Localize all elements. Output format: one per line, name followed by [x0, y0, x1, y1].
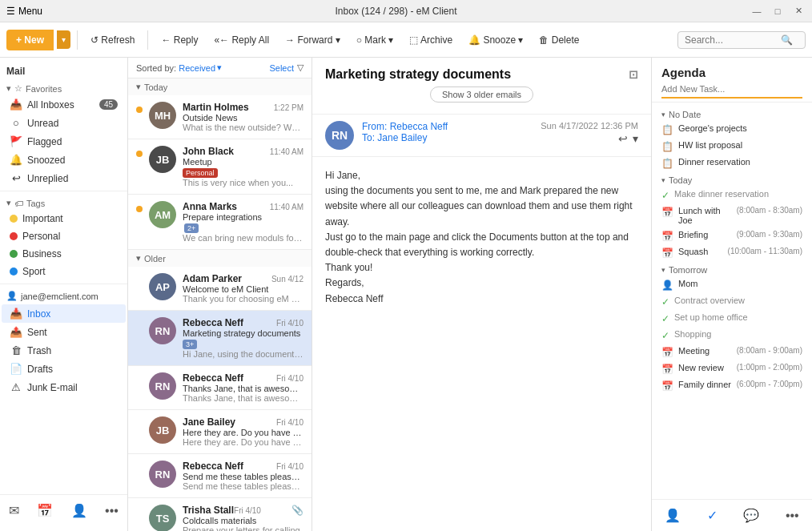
sport-dot	[10, 268, 18, 276]
calendar-footer-btn[interactable]: 📅	[32, 498, 58, 523]
agenda-item-label: Shopping	[674, 329, 802, 339]
email-item[interactable]: MH Martin Holmes 1:22 PM Outside News Wh…	[128, 95, 312, 139]
pop-out-icon[interactable]: ⊡	[629, 68, 638, 81]
email-content: Adam Parker Sun 4/12 Welcome to eM Clien…	[183, 273, 303, 304]
agenda-item[interactable]: ✓Contract overview	[652, 293, 812, 310]
chevron-older-icon: ▾	[136, 253, 141, 263]
sidebar-item-sport[interactable]: Sport	[2, 263, 126, 280]
email-item[interactable]: JB John Black 11:40 AM Meetup Personal T…	[128, 139, 312, 195]
sidebar-item-important[interactable]: Important	[2, 210, 126, 227]
sidebar-item-all-inboxes[interactable]: 📥 All Inboxes 45	[2, 95, 126, 114]
contacts-agenda-btn[interactable]: 👤	[660, 503, 685, 528]
reply-icon[interactable]: ↩	[618, 132, 628, 145]
reply-all-button[interactable]: «← Reply All	[207, 31, 275, 49]
today-agenda-items-list: ✓Make dinner reservation📅Lunch with Joe(…	[652, 187, 812, 261]
check-icon: ✓	[661, 330, 669, 341]
mark-button[interactable]: ○ Mark ▾	[350, 31, 400, 49]
trash-icon: 🗑	[10, 344, 22, 356]
agenda-item[interactable]: 📋George's projects	[652, 121, 812, 138]
tag-icon: 🏷	[14, 199, 23, 208]
email-sender: Anna Marks	[183, 201, 237, 212]
email-subject: Send me these tables please, I need...	[183, 472, 303, 481]
search-input[interactable]	[685, 34, 781, 46]
minimize-button[interactable]: —	[750, 4, 764, 18]
email-item[interactable]: JB Jane Bailey Fri 4/10 Here they are. D…	[128, 410, 312, 454]
refresh-button[interactable]: ↺ Refresh	[84, 31, 141, 49]
sidebar-item-drafts[interactable]: 📄 Drafts	[2, 360, 126, 378]
sidebar-item-sent[interactable]: 📤 Sent	[2, 323, 126, 341]
agenda-item[interactable]: ✓Make dinner reservation	[652, 187, 812, 203]
menu-button[interactable]: ☰ Menu	[6, 6, 42, 17]
email-time: Fri 4/10	[276, 374, 303, 383]
unread-dot	[136, 206, 143, 212]
email-item[interactable]: TS Trisha Stall Fri 4/10 📎 Coldcalls mat…	[128, 498, 312, 531]
email-item[interactable]: RN Rebecca Neff Fri 4/10 Send me these t…	[128, 454, 312, 498]
important-dot	[10, 215, 18, 223]
filter-icon[interactable]: ▽	[297, 62, 303, 73]
mail-footer-btn[interactable]: ✉	[4, 498, 24, 523]
archive-button[interactable]: ⬚ Archive	[403, 31, 459, 49]
agenda-item[interactable]: 📋Dinner reservation	[652, 155, 812, 171]
unreplied-icon: ↩	[10, 172, 22, 184]
email-date: Sun 4/17/2022 12:36 PM	[541, 121, 638, 131]
more-footer-btn[interactable]: •••	[100, 499, 123, 523]
business-dot	[10, 250, 18, 258]
agenda-group-no-date: ▾ No Date	[652, 106, 812, 121]
sidebar-item-unread[interactable]: ○ Unread	[2, 114, 126, 132]
calendar-icon: 📅	[661, 207, 673, 218]
maximize-button[interactable]: □	[770, 4, 785, 18]
unread-dot	[136, 107, 143, 113]
email-item[interactable]: AM Anna Marks 11:40 AM Prepare integrati…	[128, 195, 312, 250]
email-item[interactable]: AP Adam Parker Sun 4/12 Welcome to eM Cl…	[128, 267, 312, 311]
sidebar-item-unreplied[interactable]: ↩ Unreplied	[2, 169, 126, 187]
agenda-item[interactable]: 📅Squash(10:00am - 11:30am)	[652, 244, 812, 261]
agenda-item[interactable]: 📅Family dinner(6:00pm - 7:00pm)	[652, 377, 812, 394]
email-item[interactable]: RN Rebecca Neff Fri 4/10 Marketing strat…	[128, 311, 312, 366]
new-button[interactable]: + New	[6, 30, 54, 50]
new-dropdown-arrow[interactable]: ▾	[57, 30, 70, 49]
agenda-item[interactable]: 📅Meeting(8:00am - 9:00am)	[652, 344, 812, 360]
add-task-input[interactable]	[661, 79, 802, 99]
calendar-icon: 📅	[661, 347, 673, 358]
email-time: 1:22 PM	[274, 103, 303, 112]
forward-button[interactable]: → Forward ▾	[279, 31, 347, 49]
more-agenda-btn[interactable]: •••	[781, 504, 804, 528]
agenda-item[interactable]: 👤Mom	[652, 276, 812, 293]
sort-value[interactable]: Received ▾	[179, 62, 222, 73]
sidebar-item-junk[interactable]: ⚠ Junk E-mail	[2, 378, 126, 396]
sidebar-item-trash[interactable]: 🗑 Trash	[2, 341, 126, 360]
search-box[interactable]: 🔍	[677, 31, 806, 49]
sidebar-item-flagged[interactable]: 🚩 Flagged	[2, 132, 126, 151]
agenda-item-label: Set up home office	[674, 312, 802, 322]
contacts-footer-btn[interactable]: 👤	[66, 498, 92, 523]
email-content: John Black 11:40 AM Meetup Personal This…	[183, 146, 303, 187]
email-viewer-title: Marketing strategy documents ⊡	[325, 67, 638, 82]
chat-agenda-btn[interactable]: 💬	[738, 503, 764, 528]
delete-button[interactable]: 🗑 Delete	[533, 31, 585, 49]
agenda-item[interactable]: 📅New review(1:00pm - 2:00pm)	[652, 360, 812, 377]
agenda-item[interactable]: ✓Set up home office	[652, 310, 812, 327]
sidebar-item-inbox[interactable]: 📥 Inbox	[2, 304, 126, 323]
agenda-item[interactable]: 📋HW list proposal	[652, 138, 812, 155]
sidebar-item-snoozed[interactable]: 🔔 Snoozed	[2, 151, 126, 169]
email-sender: Adam Parker	[183, 273, 242, 284]
agenda-group-tomorrow: ▾ Tomorrow	[652, 261, 812, 276]
email-item[interactable]: RN Rebecca Neff Fri 4/10 Thanks Jane, th…	[128, 366, 312, 410]
tasks-agenda-btn[interactable]: ✓	[702, 503, 722, 528]
agenda-item[interactable]: 📅Lunch with Joe(8:00am - 8:30am)	[652, 203, 812, 227]
close-button[interactable]: ✕	[791, 4, 806, 18]
sidebar-item-business[interactable]: Business	[2, 245, 126, 263]
body-line: Hi Jane,	[325, 168, 638, 183]
menu-icon: ☰	[6, 6, 15, 17]
select-button[interactable]: Select	[269, 63, 294, 73]
agenda-item[interactable]: ✓Shopping	[652, 327, 812, 344]
calendar-icon: 📅	[661, 231, 673, 242]
show-older-button[interactable]: Show 3 older emails	[430, 86, 533, 103]
agenda-item[interactable]: 📅Briefing(9:00am - 9:30am)	[652, 227, 812, 244]
sidebar-item-personal[interactable]: Personal	[2, 227, 126, 245]
snooze-button[interactable]: 🔔 Snooze ▾	[462, 31, 529, 49]
more-icon[interactable]: ▾	[633, 132, 638, 145]
agenda-title: Agenda	[661, 66, 802, 79]
reply-button[interactable]: ← Reply	[155, 31, 204, 49]
drafts-icon: 📄	[10, 363, 22, 375]
